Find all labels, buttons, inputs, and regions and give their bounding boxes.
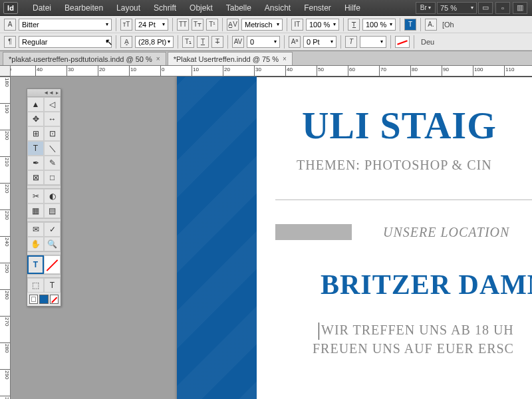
canvas[interactable]: ULI STAIG THEMEN: PHOTOSHOP & CIN UNSERE… <box>11 76 532 399</box>
leading-select[interactable]: (28,8 Pt)▾ <box>135 36 174 48</box>
arrange-icon[interactable]: ▥ <box>513 2 527 14</box>
tools-panel-header[interactable]: ◄◄▸ <box>27 89 61 97</box>
skew-select[interactable]: ▾ <box>360 36 386 48</box>
menu-tabelle[interactable]: Tabelle <box>219 3 258 13</box>
screen-mode-icon[interactable]: ▫ <box>495 2 510 14</box>
menu-objekt[interactable]: Objekt <box>183 3 219 13</box>
location-label[interactable]: UNSERE LOCATION <box>383 225 509 240</box>
ruler-tick: 70 <box>379 66 386 76</box>
stroke-swatch[interactable] <box>44 255 61 274</box>
stroke-color-icon[interactable] <box>395 36 410 48</box>
eyedropper-tool[interactable]: ✓ <box>44 222 61 237</box>
pencil-tool[interactable]: ✎ <box>44 156 61 170</box>
doc-body-line2[interactable]: FREUEN UNS AUF EUER ERSC <box>313 341 514 356</box>
apply-gradient-icon[interactable] <box>39 295 48 304</box>
ruler-tick: 10 <box>192 66 199 76</box>
kerning-select[interactable]: Metrisch▾ <box>241 19 283 31</box>
strikethrough-icon[interactable]: T <box>211 36 223 48</box>
ruler-tick: 180 <box>0 76 10 86</box>
fill-color-icon[interactable]: T <box>404 19 416 31</box>
close-icon[interactable]: × <box>283 55 287 63</box>
format-text-icon[interactable]: T <box>44 278 61 293</box>
free-transform-tool[interactable]: ◐ <box>44 189 61 203</box>
tracking-select[interactable]: 0▾ <box>247 36 280 48</box>
ruler-tick: 260 <box>0 289 10 299</box>
hand-tool[interactable]: ✋ <box>27 237 44 251</box>
note-tool[interactable]: ✉ <box>27 222 44 237</box>
menu-ansicht[interactable]: Ansicht <box>258 3 297 13</box>
ruler-tick: 200 <box>0 130 10 140</box>
apply-color-icon[interactable] <box>29 295 38 304</box>
hscale-select[interactable]: 100 %▾ <box>362 19 396 31</box>
vscale-icon: IT <box>291 19 303 31</box>
close-icon[interactable]: × <box>156 55 160 63</box>
bridge-button[interactable]: Br ▾ <box>416 2 436 14</box>
zoom-select[interactable]: 75 %▾ <box>437 2 477 14</box>
ruler-tick: 50 <box>317 66 324 76</box>
type-tool[interactable]: T <box>27 141 44 156</box>
superscript-icon[interactable]: T¹ <box>206 19 218 31</box>
font-style-select[interactable]: Regular▾ <box>19 36 112 48</box>
menu-schrift[interactable]: Schrift <box>147 3 183 13</box>
page-tool[interactable]: ✥ <box>27 112 44 126</box>
line-tool[interactable]: ＼ <box>44 141 61 156</box>
ruler-tick: 60 <box>348 66 355 76</box>
direct-selection-tool[interactable]: ◁ <box>44 97 61 112</box>
scissors-tool[interactable]: ✂ <box>27 189 44 203</box>
baseline-icon: Aª <box>289 36 301 48</box>
char-style-icon[interactable]: A. <box>425 19 437 31</box>
image-placeholder[interactable] <box>275 224 352 240</box>
baseline-select[interactable]: 0 Pt▾ <box>303 36 336 48</box>
ruler-tick: 20 <box>223 66 230 76</box>
view-options-icon[interactable]: ▭ <box>478 2 493 14</box>
rectangle-frame-tool[interactable]: ⊠ <box>27 170 44 185</box>
menu-datei[interactable]: Datei <box>26 3 58 13</box>
kerning-icon: A̲V <box>227 19 239 31</box>
document-tab-2[interactable]: *Plakat Usertreffen.indd @ 75 %× <box>168 52 293 65</box>
content-collector-tool[interactable]: ⊞ <box>27 126 44 141</box>
gap-tool[interactable]: ↔ <box>44 112 61 126</box>
format-container-icon[interactable]: ⬚ <box>27 278 44 293</box>
gradient-feather-tool[interactable]: ▤ <box>44 203 61 218</box>
vscale-select[interactable]: 100 %▾ <box>306 19 339 31</box>
subscript-icon[interactable]: T₁ <box>182 36 194 48</box>
zoom-tool[interactable]: 🔍 <box>44 237 61 251</box>
apply-none-icon[interactable] <box>50 295 59 304</box>
gradient-swatch-tool[interactable]: ▦ <box>27 203 44 218</box>
ruler-tick: 40 <box>35 66 43 76</box>
ruler-tick: 230 <box>0 209 10 219</box>
fill-swatch[interactable]: T <box>27 255 44 274</box>
ruler-tick: 90 <box>442 66 449 76</box>
para-style-label: [Oh <box>440 21 457 29</box>
font-size-select[interactable]: 24 Pt▾ <box>135 19 168 31</box>
para-format-icon[interactable]: ¶ <box>4 36 16 48</box>
font-family-select[interactable]: Bitter▾ <box>19 19 112 31</box>
menu-hilfe[interactable]: Hilfe <box>338 3 367 13</box>
ruler-tick: 100 <box>473 66 483 76</box>
vertical-ruler[interactable]: 1801902002102202302402502602702802903003… <box>0 76 11 399</box>
doc-subtitle[interactable]: THEMEN: PHOTOSHOP & CIN <box>297 158 492 173</box>
skew-icon: T <box>345 36 357 48</box>
app-logo: Id <box>3 2 18 14</box>
page-blue-stripe <box>177 76 257 399</box>
doc-body-line1[interactable]: WIR TREFFEN UNS AB 18 UH <box>321 323 514 338</box>
doc-title[interactable]: ULI STAIG <box>302 104 497 147</box>
pen-tool[interactable]: ✒ <box>27 156 44 170</box>
ruler-tick: 250 <box>0 263 10 273</box>
smallcaps-icon[interactable]: Tᴛ <box>192 19 203 31</box>
rectangle-tool[interactable]: □ <box>44 170 61 185</box>
content-placer-tool[interactable]: ⊡ <box>44 126 61 141</box>
ruler-corner[interactable] <box>0 66 11 76</box>
menu-bearbeiten[interactable]: Bearbeiten <box>58 3 110 13</box>
char-format-icon[interactable]: A <box>4 19 16 31</box>
ruler-tick: 290 <box>0 369 10 379</box>
underline-icon[interactable]: T <box>197 36 209 48</box>
tools-panel[interactable]: ◄◄▸ ▲ ◁ ✥ ↔ ⊞ ⊡ T ＼ ✒ ✎ ⊠ □ ✂ ◐ ▦ ▤ ✉ <box>27 88 61 307</box>
menu-fenster[interactable]: Fenster <box>297 3 338 13</box>
selection-tool[interactable]: ▲ <box>27 97 44 112</box>
document-tab-1[interactable]: *plakat-usertreffen-psdtutorials.indd @ … <box>3 52 166 65</box>
menu-layout[interactable]: Layout <box>110 3 147 13</box>
horizontal-ruler[interactable]: 5040302010010203040506070809010011012013… <box>11 66 532 76</box>
doc-heading2[interactable]: BRITZER DAMM <box>321 269 532 301</box>
allcaps-icon[interactable]: TT <box>177 19 189 31</box>
